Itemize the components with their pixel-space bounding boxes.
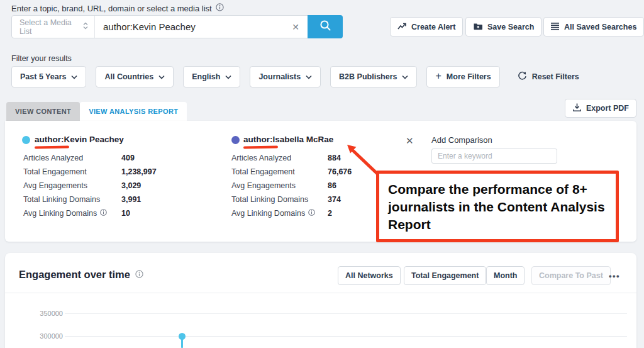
series-color-dot bbox=[22, 136, 30, 144]
info-icon bbox=[308, 209, 315, 218]
engagement-title-text: Engagement over time bbox=[19, 269, 130, 281]
stat-label: Total Linking Domains bbox=[231, 195, 308, 204]
filter-label: Past 5 Years bbox=[20, 72, 66, 81]
stat-label: Total Linking Domains bbox=[23, 195, 100, 204]
filter-language[interactable]: English bbox=[183, 66, 240, 87]
stat-value: 2 bbox=[328, 209, 332, 218]
annotation-callout: Compare the performance of 8+ journalist… bbox=[376, 171, 619, 242]
stat-label: Avg Linking Domains bbox=[231, 209, 315, 218]
gridline bbox=[65, 336, 627, 337]
search-icon bbox=[319, 20, 331, 34]
stat-label: Total Engagement bbox=[231, 167, 295, 176]
app-root: Enter a topic, brand, URL, domain or sel… bbox=[0, 0, 644, 348]
stat-label-text: Avg Linking Domains bbox=[231, 209, 305, 218]
series-color-dot bbox=[231, 136, 240, 144]
create-alert-button[interactable]: Create Alert bbox=[390, 17, 463, 36]
save-search-button[interactable]: Save Search bbox=[465, 17, 541, 36]
stat-label-text: Avg Linking Domains bbox=[23, 209, 97, 218]
stat-value: 374 bbox=[328, 195, 341, 204]
search-section-label: Enter a topic, brand, URL, domain or sel… bbox=[11, 3, 224, 13]
chevron-down-icon bbox=[306, 72, 312, 81]
tab-view-content[interactable]: VIEW CONTENT bbox=[6, 102, 80, 121]
filter-date-range[interactable]: Past 5 Years bbox=[11, 66, 86, 87]
compare-to-past-button[interactable]: Compare To Past bbox=[531, 266, 611, 285]
stat-label: Avg Engagements bbox=[23, 181, 87, 190]
overflow-menu-icon[interactable]: ••• bbox=[609, 271, 620, 281]
stat-value: 1,238,997 bbox=[121, 167, 157, 176]
stat-value: 884 bbox=[328, 154, 341, 162]
refresh-icon bbox=[518, 71, 527, 82]
create-alert-label: Create Alert bbox=[411, 23, 455, 31]
reset-filters-label: Reset Filters bbox=[532, 72, 579, 81]
stat-value: 86 bbox=[328, 181, 336, 190]
export-pdf-button[interactable]: Export PDF bbox=[565, 99, 636, 118]
media-list-dropdown[interactable]: Select a Media List bbox=[12, 16, 95, 38]
download-icon bbox=[572, 103, 582, 114]
info-icon bbox=[135, 269, 143, 281]
all-networks-button[interactable]: All Networks bbox=[338, 266, 401, 285]
y-axis-tick: 350000 bbox=[24, 310, 63, 317]
stat-value: 3,029 bbox=[121, 181, 141, 190]
info-icon bbox=[216, 3, 224, 13]
folder-plus-icon bbox=[473, 21, 483, 33]
chevron-down-icon bbox=[402, 72, 408, 81]
filter-author-type[interactable]: Journalists bbox=[250, 66, 321, 87]
filter-label: All Countries bbox=[104, 72, 153, 81]
engagement-title: Engagement over time bbox=[19, 269, 143, 281]
add-comparison-input[interactable] bbox=[431, 149, 557, 164]
gridline bbox=[65, 313, 627, 314]
filter-label: B2B Publishers bbox=[339, 72, 397, 81]
clear-search-icon[interactable]: ✕ bbox=[283, 16, 308, 38]
stat-label: Avg Linking Domains bbox=[23, 209, 107, 218]
tab-view-analysis-report[interactable]: VIEW ANALYSIS REPORT bbox=[80, 102, 187, 121]
stat-value: 10 bbox=[121, 209, 130, 218]
filters-row: Past 5 Years All Countries English Journ… bbox=[11, 66, 587, 87]
list-lines-icon bbox=[551, 21, 560, 33]
search-label-text: Enter a topic, brand, URL, domain or sel… bbox=[11, 4, 212, 13]
plus-icon: + bbox=[435, 71, 441, 81]
chevron-down-icon bbox=[225, 72, 231, 81]
search-input[interactable] bbox=[103, 21, 283, 32]
chevron-down-icon bbox=[71, 72, 77, 81]
chart-data-point[interactable] bbox=[179, 333, 186, 340]
all-saved-searches-label: All Saved Searches bbox=[564, 23, 636, 31]
stat-value: 3,991 bbox=[121, 195, 141, 204]
more-filters-label: More Filters bbox=[447, 72, 491, 81]
search-button[interactable] bbox=[308, 15, 343, 38]
all-saved-searches-button[interactable]: All Saved Searches bbox=[543, 17, 644, 36]
y-axis-tick: 300000 bbox=[24, 332, 63, 340]
stat-label: Articles Analyzed bbox=[231, 154, 291, 162]
engagement-over-time-card: Engagement over time All Networks Total … bbox=[5, 253, 636, 348]
report-tabs: VIEW CONTENT VIEW ANALYSIS REPORT bbox=[6, 102, 187, 121]
export-pdf-label: Export PDF bbox=[586, 104, 629, 113]
media-list-placeholder: Select a Media List bbox=[19, 18, 82, 36]
reset-filters-button[interactable]: Reset Filters bbox=[509, 66, 587, 87]
close-comparison-icon[interactable]: ✕ bbox=[406, 136, 414, 145]
more-filters-button[interactable]: + More Filters bbox=[426, 66, 499, 87]
stat-label: Articles Analyzed bbox=[23, 154, 83, 162]
sort-chevrons-icon bbox=[82, 21, 89, 32]
month-button[interactable]: Month bbox=[486, 266, 525, 285]
series-name: author:Isabella McRae bbox=[243, 135, 333, 144]
filter-label: Journalists bbox=[258, 72, 301, 81]
filter-countries[interactable]: All Countries bbox=[96, 66, 174, 87]
save-search-label: Save Search bbox=[487, 23, 534, 31]
info-icon bbox=[100, 209, 107, 218]
stat-label: Total Engagement bbox=[23, 167, 87, 176]
annotation-text: Compare the performance of 8+ journalist… bbox=[388, 182, 605, 232]
add-comparison-label: Add Comparison bbox=[431, 135, 492, 145]
annotation-underline bbox=[243, 146, 278, 149]
divider bbox=[5, 293, 636, 293]
total-engagement-button[interactable]: Total Engagement bbox=[404, 266, 486, 285]
filters-heading: Filter your results bbox=[11, 54, 72, 63]
annotation-underline bbox=[35, 146, 69, 149]
filter-publisher-type[interactable]: B2B Publishers bbox=[330, 66, 417, 87]
chevron-down-icon bbox=[158, 72, 165, 81]
trending-arrow-icon bbox=[397, 22, 407, 32]
stat-value: 409 bbox=[121, 154, 135, 162]
filter-label: English bbox=[192, 72, 220, 81]
stat-label: Avg Engagements bbox=[231, 181, 296, 190]
search-bar: Select a Media List ✕ bbox=[11, 15, 343, 38]
search-query-wrap bbox=[95, 16, 283, 38]
series-name: author:Kevin Peachey bbox=[35, 135, 124, 144]
